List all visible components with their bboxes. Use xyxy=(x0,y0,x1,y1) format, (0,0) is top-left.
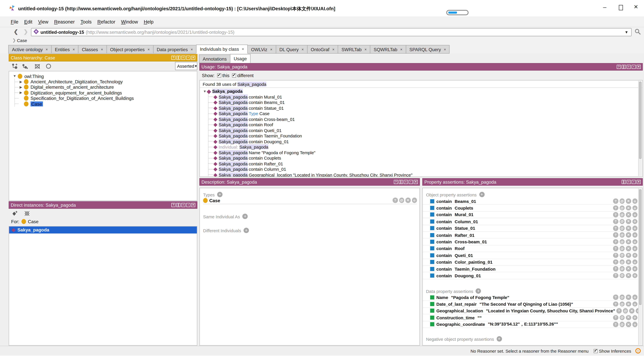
help-icon[interactable]: ? xyxy=(171,56,175,60)
delete-icon[interactable]: ✕ xyxy=(626,259,631,265)
edit-icon[interactable]: o xyxy=(632,253,638,258)
minimize-button[interactable]: – xyxy=(603,4,606,10)
collapse-icon[interactable]: = xyxy=(626,180,631,184)
data-assertion-row[interactable]: Construction_time""?@✕o xyxy=(423,314,637,321)
annotate-icon[interactable]: @ xyxy=(620,266,625,272)
split-icon[interactable]: ∥ xyxy=(176,56,180,60)
split-icon[interactable]: ∥ xyxy=(622,180,626,184)
usage-row[interactable]: ◆Sakya_pagoda contain Cross-beam_01 xyxy=(208,116,642,122)
annotate-icon[interactable]: @ xyxy=(620,232,625,238)
explain-icon[interactable]: ? xyxy=(613,259,618,265)
maximize-button[interactable] xyxy=(619,5,623,10)
usage-row[interactable]: ◆Sakya_pagoda contain Roof xyxy=(208,122,642,127)
add-sibling-class-icon[interactable] xyxy=(22,63,28,71)
close-icon[interactable]: ✕ xyxy=(191,56,195,60)
edit-icon[interactable]: o xyxy=(632,315,638,320)
delete-icon[interactable]: ✕ xyxy=(406,198,410,203)
explain-icon[interactable]: ? xyxy=(613,246,618,251)
chevron-expanded-icon[interactable]: ▼ xyxy=(203,89,207,93)
tree-item-case[interactable]: Case xyxy=(15,101,197,106)
explain-icon[interactable]: ? xyxy=(613,199,618,204)
delete-icon[interactable]: ✕ xyxy=(626,212,631,217)
delete-icon[interactable]: ✕ xyxy=(626,205,631,211)
edit-icon[interactable]: o xyxy=(632,205,638,211)
delete-icon[interactable]: ✕ xyxy=(626,253,631,258)
tab-sqwrltab[interactable]: SQWRLTab× xyxy=(370,45,406,54)
usage-row[interactable]: ◆Sakya_pagoda Type Case xyxy=(208,111,642,116)
tab-classes[interactable]: Classes× xyxy=(78,45,107,54)
collapse-icon[interactable]: = xyxy=(181,203,185,207)
chevron-collapsed-icon[interactable]: ▶ xyxy=(18,91,23,95)
collapse-icon[interactable]: = xyxy=(181,56,185,60)
tab-close-icon[interactable]: × xyxy=(270,47,272,51)
close-button[interactable]: ✕ xyxy=(634,4,638,10)
object-assertion-row[interactable]: containCouplets?@✕o xyxy=(423,205,637,212)
annotate-icon[interactable]: @ xyxy=(620,315,625,320)
delete-icon[interactable]: ✕ xyxy=(626,199,631,204)
usage-row[interactable]: ◆Sakya_pagoda contain Column_01 xyxy=(208,166,642,172)
usage-root-row[interactable]: ▼ ◆ Sakya_pagoda xyxy=(200,88,642,94)
tab-close-icon[interactable]: × xyxy=(444,47,446,51)
tab-close-icon[interactable]: × xyxy=(302,47,304,51)
collapse-icon[interactable]: = xyxy=(404,180,408,184)
tab-sparql-query[interactable]: SPARQL Query× xyxy=(406,45,450,54)
annotate-icon[interactable]: @ xyxy=(623,308,628,314)
object-assertion-row[interactable]: containColumn_01?@✕o xyxy=(423,218,637,225)
split-icon[interactable]: ∥ xyxy=(622,65,626,69)
tab-close-icon[interactable]: × xyxy=(191,47,193,51)
tree-item-specification-for-digitization-of-ancient-buildings[interactable]: Specification_for_Digitization_of_Ancien… xyxy=(15,95,197,101)
delete-icon[interactable]: ✕ xyxy=(626,219,631,224)
tab-entities[interactable]: Entities× xyxy=(51,45,78,54)
expand-icon[interactable]: ▪ xyxy=(409,180,413,184)
explain-icon[interactable]: ? xyxy=(613,226,618,231)
edit-icon[interactable]: o xyxy=(632,239,638,244)
data-assertion-row[interactable]: Geographical_location"Located in Yingxia… xyxy=(423,308,637,315)
annotate-icon[interactable]: @ xyxy=(620,199,625,204)
usage-row[interactable]: ◆Sakya_pagoda contain Rafter_01 xyxy=(208,161,642,166)
edit-icon[interactable]: o xyxy=(632,246,638,251)
add-different-individual-button[interactable]: + xyxy=(244,228,249,233)
locate-icon[interactable] xyxy=(46,63,52,71)
delete-icon[interactable]: ✕ xyxy=(626,315,631,320)
usage-scrollbar-thumb[interactable] xyxy=(639,82,642,159)
add-individual-icon[interactable] xyxy=(12,210,18,218)
add-same-individual-button[interactable]: + xyxy=(242,214,248,219)
annotate-icon[interactable]: @ xyxy=(620,205,625,211)
annotate-icon[interactable]: @ xyxy=(620,226,625,231)
menu-tools[interactable]: Tools xyxy=(80,19,92,24)
add-type-button[interactable]: + xyxy=(217,192,222,197)
back-button[interactable]: ❮ xyxy=(14,28,18,35)
data-assertion-row[interactable]: Geographic_coordinate"N:39°33'54.12"，E:1… xyxy=(423,321,637,328)
instance-sakya-pagoda[interactable]: ◆Sakya_pagoda xyxy=(9,227,197,233)
tab-individuals-by-class[interactable]: Individuals by class× xyxy=(196,44,248,54)
annotate-icon[interactable]: @ xyxy=(620,212,625,217)
chevron-down-icon[interactable]: ▼ xyxy=(624,30,628,34)
delete-icon[interactable]: ✕ xyxy=(626,273,631,278)
edit-icon[interactable]: o xyxy=(632,273,638,278)
explain-icon[interactable]: ? xyxy=(613,315,618,320)
warning-icon[interactable]: ! xyxy=(635,348,641,354)
edit-icon[interactable]: o xyxy=(632,199,638,204)
annotate-icon[interactable]: @ xyxy=(620,302,625,307)
tab-close-icon[interactable]: × xyxy=(242,47,244,51)
tab-close-icon[interactable]: × xyxy=(400,47,402,51)
forward-button[interactable]: ❯ xyxy=(24,28,28,35)
close-icon[interactable]: ✕ xyxy=(636,180,641,184)
data-assertion-row[interactable]: Date_of_last_repair"The Second Year of Q… xyxy=(423,301,637,308)
chevron-collapsed-icon[interactable]: ▶ xyxy=(18,80,23,84)
subtab-annotations[interactable]: Annotations xyxy=(199,54,230,63)
usage-row[interactable]: ◆Sakya_pagoda contain Taemin_Foundation xyxy=(208,133,642,139)
tab-owlviz[interactable]: OWLViz× xyxy=(247,45,276,54)
delete-individual-icon[interactable] xyxy=(24,210,30,218)
tab-dl-query[interactable]: DL Query× xyxy=(276,45,308,54)
explain-icon[interactable]: ? xyxy=(613,205,618,211)
delete-icon[interactable]: ✕ xyxy=(629,308,634,314)
usage-row[interactable]: ◆Sakya_pagoda Geographical_location "Loc… xyxy=(208,172,642,177)
explain-icon[interactable]: ? xyxy=(613,219,618,224)
usage-row[interactable]: ◆Sakya_pagoda contain Queti_01 xyxy=(208,127,642,133)
split-icon[interactable]: ∥ xyxy=(176,203,180,207)
menu-reasoner[interactable]: Reasoner xyxy=(54,19,75,24)
add-negative-assertion-button[interactable]: + xyxy=(496,336,502,342)
expand-icon[interactable]: ▪ xyxy=(632,180,636,184)
usage-row[interactable]: ◆Sakya_pagoda contain Mural_01 xyxy=(208,94,642,100)
